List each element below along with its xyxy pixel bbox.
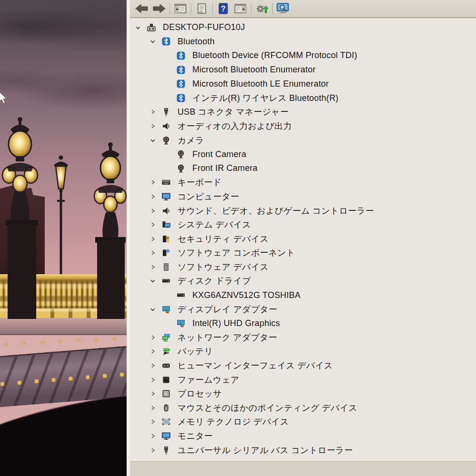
chevron-right-icon[interactable] [149, 221, 156, 228]
show-console-tree-button[interactable] [172, 1, 189, 16]
expander-spacer [164, 320, 171, 327]
tree-item[interactable]: ネットワーク アダプター [130, 330, 476, 345]
chevron-down-icon[interactable] [149, 306, 156, 313]
expander-spacer [164, 67, 171, 73]
tree-item-label: オーディオの入力および出力 [178, 120, 292, 132]
expander-spacer [164, 80, 171, 87]
display-adapter-icon [176, 318, 186, 328]
chevron-right-icon[interactable] [149, 447, 156, 454]
forward-button[interactable] [150, 1, 168, 16]
tree-item-label: カメラ [178, 135, 204, 146]
chevron-down-icon[interactable] [149, 38, 156, 45]
chevron-right-icon[interactable] [149, 418, 156, 425]
security-icon [161, 234, 171, 244]
bluetooth-icon [161, 37, 171, 46]
tree-item[interactable]: Front IR Camera [130, 161, 476, 176]
network-icon [161, 333, 171, 342]
tree-item-label: KXG6AZNV512G TOSHIBA [192, 290, 300, 300]
tree-item[interactable]: サウンド、ビデオ、およびゲーム コントローラー [130, 204, 476, 218]
tree-item[interactable]: コンピューター [130, 189, 476, 204]
tree-item[interactable]: DESKTOP-FUFO10J [130, 20, 476, 35]
chevron-right-icon[interactable] [149, 208, 156, 214]
tree-item[interactable]: ディスプレイ アダプター [130, 302, 476, 317]
chevron-right-icon[interactable] [149, 249, 156, 256]
tree-item[interactable]: Microsoft Bluetooth Enumerator [130, 63, 476, 77]
tree-item[interactable]: メモリ テクノロジ デバイス [130, 415, 476, 429]
camera-icon [176, 149, 186, 159]
action-pane-button[interactable] [232, 1, 249, 16]
expander-spacer [164, 95, 171, 101]
tree-item[interactable]: モニター [130, 429, 476, 443]
chevron-right-icon[interactable] [149, 348, 156, 355]
tree-item[interactable]: ソフトウェア コンポーネント [130, 246, 476, 260]
scan-hardware-changes-button[interactable] [275, 1, 292, 16]
chevron-right-icon[interactable] [149, 264, 156, 270]
tree-item[interactable]: キーボード [130, 176, 476, 190]
tree-item-label: ヒューマン インターフェイス デバイス [178, 360, 333, 371]
tree-item-label: Bluetooth [178, 37, 215, 47]
chevron-down-icon[interactable] [135, 24, 141, 31]
bluetooth-icon [176, 93, 186, 103]
back-button[interactable] [133, 1, 150, 16]
camera-icon [176, 164, 186, 173]
system-devices-icon [161, 220, 171, 229]
tree-item[interactable]: Microsoft Bluetooth LE Enumerator [130, 77, 476, 91]
chevron-right-icon[interactable] [149, 123, 156, 129]
firmware-icon [161, 375, 171, 385]
tree-item[interactable]: Bluetooth [130, 35, 476, 49]
tree-item[interactable]: ディスク ドライブ [130, 274, 476, 288]
lamp-posts [0, 0, 127, 476]
tree-item[interactable]: ソフトウェア デバイス [130, 260, 476, 274]
tree-item-label: Bluetooth Device (RFCOMM Protocol TDI) [192, 50, 357, 60]
tree-item[interactable]: Front Camera [130, 147, 476, 161]
chevron-down-icon[interactable] [149, 278, 156, 284]
memory-icon [161, 417, 171, 426]
tree-item[interactable]: マウスとそのほかのポインティング デバイス [130, 401, 476, 415]
tree-item[interactable]: ヒューマン インターフェイス デバイス [130, 358, 476, 373]
chevron-right-icon[interactable] [149, 405, 156, 411]
chevron-right-icon[interactable] [149, 390, 156, 397]
device-tree-panel: DESKTOP-FUFO10JBluetoothBluetooth Device… [130, 18, 476, 462]
tree-item-label: マウスとそのほかのポインティング デバイス [178, 402, 357, 414]
tree-item[interactable]: ファームウェア [130, 373, 476, 387]
tree-item[interactable]: KXG6AZNV512G TOSHIBA [130, 288, 476, 302]
device-tree: DESKTOP-FUFO10JBluetoothBluetooth Device… [130, 18, 476, 457]
tree-item[interactable]: Intel(R) UHD Graphics [130, 316, 476, 330]
tree-item[interactable]: オーディオの入力および出力 [130, 119, 476, 133]
tree-item[interactable]: Bluetooth Device (RFCOMM Protocol TDI) [130, 49, 476, 63]
expander-spacer [164, 292, 171, 298]
tree-item[interactable]: セキュリティ デバイス [130, 232, 476, 246]
chevron-right-icon[interactable] [149, 433, 156, 439]
chevron-right-icon[interactable] [149, 193, 156, 200]
tree-item-label: Front Camera [192, 149, 246, 159]
tree-item[interactable]: カメラ [130, 133, 476, 148]
tree-item-label: ディスク ドライブ [178, 275, 251, 287]
bluetooth-icon [176, 51, 186, 60]
chevron-right-icon[interactable] [149, 109, 156, 115]
display-adapter-icon [161, 305, 171, 314]
disk-icon [161, 276, 171, 286]
tree-item-label: Front IR Camera [192, 163, 258, 173]
tree-item[interactable]: インテル(R) ワイヤレス Bluetooth(R) [130, 91, 476, 105]
properties-button[interactable] [193, 1, 210, 16]
properties-icon [197, 3, 207, 14]
usb-icon [161, 107, 171, 117]
chevron-right-icon[interactable] [149, 334, 156, 341]
tree-item[interactable]: システム デバイス [130, 218, 476, 232]
tree-item[interactable]: バッテリ [130, 345, 476, 359]
chevron-right-icon[interactable] [149, 179, 156, 186]
help-button[interactable]: ? [215, 1, 232, 16]
chevron-down-icon[interactable] [149, 137, 156, 144]
software-device-icon [161, 262, 171, 272]
tree-item[interactable]: USB コネクタ マネージャー [130, 105, 476, 119]
chevron-right-icon[interactable] [149, 236, 156, 242]
tree-item-label: コンピューター [178, 191, 239, 202]
monitor-icon [161, 192, 171, 201]
chevron-right-icon[interactable] [149, 362, 156, 369]
tree-item[interactable]: プロセッサ [130, 387, 476, 401]
left-lamp [2, 117, 38, 319]
chevron-right-icon[interactable] [149, 377, 156, 383]
battery-icon [161, 347, 171, 356]
update-driver-button[interactable] [253, 1, 270, 16]
tree-item[interactable]: ユニバーサル シリアル バス コントローラー [130, 443, 476, 457]
